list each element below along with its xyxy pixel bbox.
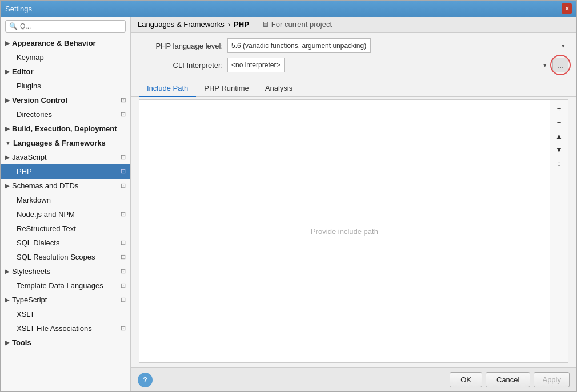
sidebar-item-label: Template Data Languages [17, 281, 103, 290]
move-up-button[interactable]: ▲ [552, 130, 566, 142]
include-path-placeholder: Provide include path [311, 227, 378, 236]
sidebar-item-sql-resolution[interactable]: SQL Resolution Scopes ⊡ [1, 250, 130, 264]
copy-icon: ⊡ [121, 239, 126, 246]
php-level-control: 5.6 (variadic functions, argument unpack… [227, 38, 568, 53]
sidebar-item-build-execution[interactable]: ▶ Build, Execution, Deployment [1, 122, 130, 136]
php-level-select-wrapper: 5.6 (variadic functions, argument unpack… [227, 38, 568, 53]
search-box: 🔍 [5, 20, 126, 33]
sidebar-item-nodejs-npm[interactable]: Node.js and NPM ⊡ [1, 207, 130, 221]
move-down-button[interactable]: ▼ [552, 143, 566, 156]
apply-button[interactable]: Apply [534, 372, 570, 387]
arrow-icon: ▶ [5, 340, 10, 346]
sidebar-item-languages-frameworks[interactable]: ▼ Languages & Frameworks [1, 136, 130, 150]
copy-icon: ⊡ [121, 211, 126, 218]
arrow-icon: ▼ [5, 140, 11, 146]
copy-icon: ⊡ [121, 325, 126, 332]
sidebar-item-label: Keymap [17, 53, 44, 62]
sidebar-item-label: TypeScript [12, 296, 47, 304]
sidebar-item-appearance-behavior[interactable]: ▶ Appearance & Behavior [1, 36, 130, 50]
breadcrumb-hint: 🖥For current project [262, 20, 332, 29]
cli-interpreter-row: CLI Interpreter: <no interpreter> … [139, 58, 568, 72]
arrow-icon: ▶ [5, 183, 10, 189]
tab-analysis[interactable]: Analysis [257, 80, 300, 97]
arrow-icon: ▶ [5, 268, 10, 274]
help-button[interactable]: ? [138, 373, 153, 387]
include-path-panel: Provide include path + − ▲ ▼ [139, 99, 568, 363]
sidebar-item-label: XSLT [17, 310, 35, 318]
copy-icon: ⊡ [121, 268, 126, 275]
sidebar-item-xslt-file[interactable]: XSLT File Associations ⊡ [1, 321, 130, 336]
copy-icon: ⊡ [121, 153, 126, 161]
sidebar-item-label: Node.js and NPM [17, 210, 75, 219]
php-level-select[interactable]: 5.6 (variadic functions, argument unpack… [227, 38, 371, 53]
cli-interpreter-select[interactable]: <no interpreter> [227, 58, 285, 72]
sidebar-item-xslt[interactable]: XSLT [1, 307, 130, 321]
cancel-button[interactable]: Cancel [486, 372, 530, 387]
sidebar-item-sql-dialects[interactable]: SQL Dialects ⊡ [1, 236, 130, 250]
arrow-icon: ▶ [5, 97, 10, 103]
include-path-content: Provide include path [139, 100, 550, 362]
arrow-icon: ▶ [5, 154, 10, 160]
sidebar-item-label: Editor [12, 67, 34, 76]
sidebar: 🔍 ▶ Appearance & Behavior Keymap ▶ Edito… [1, 17, 131, 391]
sidebar-item-keymap[interactable]: Keymap [1, 50, 130, 64]
tab-php-runtime[interactable]: PHP Runtime [196, 80, 257, 97]
sidebar-item-label: Languages & Frameworks [13, 139, 106, 147]
copy-icon: ⊡ [121, 253, 126, 261]
sidebar-item-label: Schemas and DTDs [12, 181, 78, 190]
sidebar-item-label: Plugins [17, 82, 41, 90]
sidebar-item-label: Directories [17, 110, 52, 119]
tab-include-path[interactable]: Include Path [139, 80, 196, 97]
add-path-button[interactable]: + [552, 102, 566, 115]
sidebar-item-typescript[interactable]: ▶ TypeScript ⊡ [1, 293, 130, 307]
breadcrumb-part2: PHP [234, 20, 249, 29]
sidebar-item-stylesheets[interactable]: ▶ Stylesheets ⊡ [1, 264, 130, 278]
sidebar-item-editor[interactable]: ▶ Editor [1, 64, 130, 79]
sidebar-item-markdown[interactable]: Markdown [1, 193, 130, 207]
sidebar-item-label: JavaScript [12, 153, 47, 161]
cli-browse-button[interactable]: … [552, 58, 568, 72]
sidebar-item-label: XSLT File Associations [17, 324, 92, 333]
search-icon: 🔍 [9, 22, 18, 30]
main-content: 🔍 ▶ Appearance & Behavior Keymap ▶ Edito… [1, 17, 576, 391]
settings-form: PHP language level: 5.6 (variadic functi… [131, 33, 576, 80]
breadcrumb-part1: Languages & Frameworks [138, 20, 225, 29]
sidebar-item-javascript[interactable]: ▶ JavaScript ⊡ [1, 150, 130, 164]
copy-icon: ⊡ [121, 282, 126, 289]
sort-button[interactable]: ↕ [552, 157, 566, 169]
sidebar-item-restructured-text[interactable]: ReStructured Text [1, 221, 130, 236]
tabs-bar: Include Path PHP Runtime Analysis [131, 80, 576, 97]
sidebar-item-label: SQL Resolution Scopes [17, 253, 95, 261]
sidebar-item-template-data[interactable]: Template Data Languages ⊡ [1, 278, 130, 293]
search-input[interactable] [20, 22, 122, 30]
breadcrumb: Languages & Frameworks › PHP 🖥For curren… [131, 17, 576, 33]
sidebar-item-plugins[interactable]: Plugins [1, 79, 130, 93]
sidebar-item-label: ReStructured Text [17, 224, 76, 233]
sidebar-item-directories[interactable]: Directories ⊡ [1, 107, 130, 122]
ok-button[interactable]: OK [450, 372, 482, 387]
arrow-icon: ▶ [5, 297, 10, 303]
copy-icon: ⊡ [121, 96, 126, 104]
sidebar-item-label: Appearance & Behavior [12, 39, 96, 47]
include-path-toolbar: + − ▲ ▼ ↕ [550, 100, 568, 362]
window-title: Settings [5, 5, 32, 13]
remove-path-button[interactable]: − [552, 116, 566, 128]
sidebar-item-label: Tools [12, 338, 31, 347]
sidebar-item-tools[interactable]: ▶ Tools [1, 336, 130, 350]
cli-select-wrapper: <no interpreter> [227, 58, 550, 72]
sidebar-item-label: Version Control [12, 96, 67, 104]
breadcrumb-arrow: › [228, 20, 230, 29]
sidebar-item-version-control[interactable]: ▶ Version Control ⊡ [1, 93, 130, 107]
close-button[interactable]: ✕ [562, 3, 572, 14]
sidebar-item-php[interactable]: PHP ⊡ [1, 164, 130, 179]
sidebar-item-label: Build, Execution, Deployment [12, 124, 117, 133]
arrow-icon: ▶ [5, 126, 10, 132]
arrow-icon: ▶ [5, 40, 10, 46]
sidebar-item-schemas-dtds[interactable]: ▶ Schemas and DTDs ⊡ [1, 179, 130, 193]
settings-window: Settings ✕ 🔍 ▶ Appearance & Behavior Key… [0, 0, 577, 392]
cli-control: <no interpreter> … [227, 58, 568, 72]
copy-icon: ⊡ [121, 182, 126, 189]
sidebar-item-label: SQL Dialects [17, 239, 59, 247]
copy-icon: ⊡ [121, 168, 126, 175]
sidebar-item-label: PHP [17, 167, 32, 176]
